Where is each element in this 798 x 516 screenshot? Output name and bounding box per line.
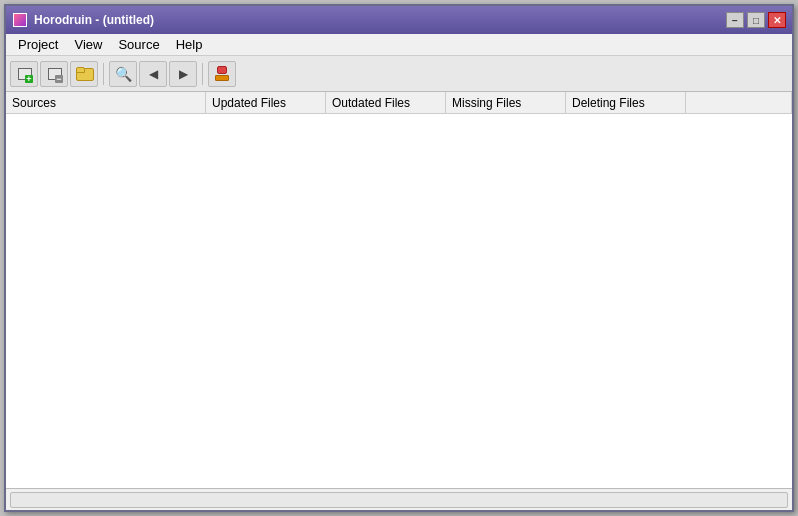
remove-source-button[interactable] — [40, 61, 68, 87]
back-icon: ◀ — [149, 67, 158, 81]
remove-icon — [46, 66, 62, 82]
close-button[interactable]: ✕ — [768, 12, 786, 28]
forward-icon: ▶ — [179, 67, 188, 81]
main-window: Horodruin - (untitled) − □ ✕ Project Vie… — [4, 4, 794, 512]
back-button[interactable]: ◀ — [139, 61, 167, 87]
status-panel — [10, 492, 788, 508]
forward-button[interactable]: ▶ — [169, 61, 197, 87]
table-body[interactable] — [6, 114, 792, 488]
col-header-deleting: Deleting Files — [566, 92, 686, 113]
folder-icon — [76, 67, 92, 81]
window-title: Horodruin - (untitled) — [34, 13, 154, 27]
menu-source[interactable]: Source — [110, 35, 167, 54]
col-header-missing: Missing Files — [446, 92, 566, 113]
menubar: Project View Source Help — [6, 34, 792, 56]
titlebar: Horodruin - (untitled) − □ ✕ — [6, 6, 792, 34]
toolbar: 🔍 ◀ ▶ — [6, 56, 792, 92]
robot-icon — [214, 66, 230, 82]
search-icon: 🔍 — [115, 66, 132, 82]
search-button[interactable]: 🔍 — [109, 61, 137, 87]
menu-view[interactable]: View — [66, 35, 110, 54]
main-content: Sources Updated Files Outdated Files Mis… — [6, 92, 792, 488]
titlebar-controls: − □ ✕ — [726, 12, 786, 28]
statusbar — [6, 488, 792, 510]
maximize-button[interactable]: □ — [747, 12, 765, 28]
menu-help[interactable]: Help — [168, 35, 211, 54]
table-header: Sources Updated Files Outdated Files Mis… — [6, 92, 792, 114]
app-icon — [12, 12, 28, 28]
minimize-button[interactable]: − — [726, 12, 744, 28]
sync-button[interactable] — [208, 61, 236, 87]
open-folder-button[interactable] — [70, 61, 98, 87]
menu-project[interactable]: Project — [10, 35, 66, 54]
toolbar-separator-2 — [202, 63, 203, 85]
col-header-sources: Sources — [6, 92, 206, 113]
titlebar-left: Horodruin - (untitled) — [12, 12, 154, 28]
add-icon — [16, 66, 32, 82]
toolbar-separator-1 — [103, 63, 104, 85]
add-source-button[interactable] — [10, 61, 38, 87]
col-header-updated: Updated Files — [206, 92, 326, 113]
col-header-outdated: Outdated Files — [326, 92, 446, 113]
col-header-extra — [686, 92, 792, 113]
